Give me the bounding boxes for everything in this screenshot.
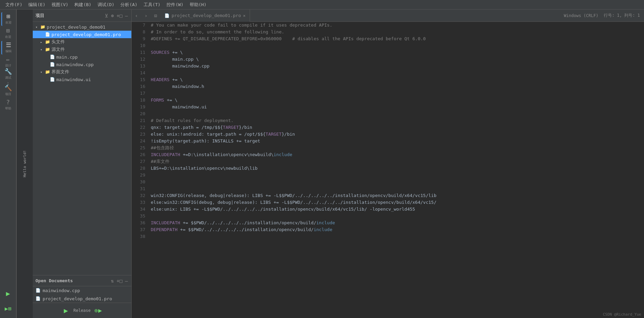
tree-ui-folder[interactable]: ▾ 📁 界面文件 — [33, 68, 131, 76]
tree-item-label: project_develop_demo01 — [47, 25, 105, 30]
menu-help[interactable]: 帮助(H) — [187, 1, 209, 9]
doc-icon-mainwindow: 📄 — [35, 288, 41, 293]
tab-next-btn[interactable]: › — [141, 10, 151, 22]
activity-edit[interactable]: ☰ 编辑 — [1, 41, 15, 55]
doc-icon-pro: 📄 — [35, 296, 41, 301]
tree-item-label-main: main.cpp — [56, 55, 78, 60]
menu-build[interactable]: 构建(B) — [72, 1, 94, 9]
tree-pro-file[interactable]: 📄 project_develop_demo01.pro — [33, 31, 131, 38]
sidebar-header-icons: ⊻ ⊕ +□ — — [104, 12, 129, 19]
hello-world-label: Hello world! — [23, 150, 27, 177]
sidebar-title: 项目 — [35, 13, 44, 19]
code-area[interactable]: 7 8 9 10 11 12 13 14 15 16 17 18 19 20 2… — [132, 22, 644, 318]
tree-item-label-mainwindow: mainwindow.cpp — [56, 62, 94, 67]
tab-close-icon[interactable]: ✕ — [243, 13, 246, 18]
tree-main-cpp[interactable]: 📄 main.cpp — [33, 53, 131, 61]
run-button[interactable]: ▶ — [61, 306, 71, 315]
tree-project-root[interactable]: ▾ 📁 project_develop_demo01 — [33, 23, 131, 31]
open-docs-icons: ⇅ +□ — — [110, 277, 129, 284]
sidebar-collapse-icon[interactable]: — — [125, 12, 129, 19]
line-numbers: 7 8 9 10 11 12 13 14 15 16 17 18 19 20 2… — [132, 22, 148, 318]
watermark: CSDN @Richard_Yue — [603, 312, 641, 317]
tab-suspend-btn[interactable]: ⊡ — [151, 10, 160, 22]
tree-item-label-pro: project_develop_demo01.pro — [52, 32, 121, 37]
build-run-button[interactable]: ⊕▶ — [93, 306, 103, 315]
tab-file-icon: 📄 — [164, 13, 170, 18]
release-label: Release — [73, 308, 91, 313]
open-doc-pro[interactable]: 📄 project_develop_demo01.pro — [33, 294, 131, 303]
open-doc-label-pro: project_develop_demo01.pro — [43, 296, 112, 301]
activity-welcome2[interactable]: ⊞ 欢迎 — [1, 27, 15, 40]
open-doc-mainwindow[interactable]: 📄 mainwindow.cpp — [33, 286, 131, 294]
tree-item-label-header: 头文件 — [52, 39, 65, 45]
file-tree: ▾ 📁 project_develop_demo01 📄 project_dev… — [33, 22, 131, 275]
open-docs-title: Open Documents — [35, 278, 73, 283]
menu-analyze[interactable]: 分析(A) — [118, 1, 140, 9]
editor-position: 行号: 1, 列号: 1 — [604, 13, 640, 18]
sidebar-link-icon[interactable]: ⊕ — [110, 12, 114, 19]
sidebar-add-icon[interactable]: +□ — [116, 12, 123, 19]
release-area: ▶ Release ⊕▶ — [33, 303, 131, 318]
activity-project[interactable]: 🔨 项目 — [1, 84, 15, 97]
menu-file[interactable]: 文件(F) — [3, 1, 25, 9]
menu-edit[interactable]: 编辑(E) — [26, 1, 48, 9]
open-doc-label-mainwindow: mainwindow.cpp — [43, 288, 80, 293]
sidebar-header: 项目 ⊻ ⊕ +□ — — [33, 10, 131, 22]
tree-mainwindow-cpp[interactable]: 📄 mainwindow.cpp — [33, 61, 131, 68]
open-docs-panel: Open Documents ⇅ +□ — 📄 mainwindow.cpp 📄… — [33, 275, 131, 303]
tree-source-folder[interactable]: ▾ 📁 源文件 — [33, 46, 131, 53]
tab-prev-btn[interactable]: ‹ — [132, 10, 141, 22]
tree-item-label-source: 源文件 — [52, 46, 65, 52]
tab-bar: ‹ › ⊡ 📄 project_develop_demo01.pro ✕ Win… — [132, 10, 644, 22]
sidebar-filter-icon[interactable]: ⊻ — [104, 12, 109, 19]
menu-tools[interactable]: 工具(T) — [141, 1, 163, 9]
tree-mainwindow-ui[interactable]: 📄 mainwindow.ui — [33, 76, 131, 83]
code-content[interactable]: # You can make your code fail to compile… — [148, 22, 644, 318]
tree-header-folder[interactable]: ▸ 📁 头文件 — [33, 38, 131, 46]
activity-debug[interactable]: 🔧 调试 › — [1, 70, 15, 83]
activity-help[interactable]: ? 帮助 — [1, 98, 15, 112]
hello-world-panel: Hello world! — [16, 10, 33, 318]
menu-bar: 文件(F) 编辑(E) 视图(V) 构建(B) 调试(D) 分析(A) 工具(T… — [0, 0, 644, 10]
tab-title: project_develop_demo01.pro — [172, 13, 241, 18]
activity-build-run[interactable]: ▶⊞ — [1, 302, 15, 315]
activity-welcome1[interactable]: ⊞ 欢迎 — [1, 12, 15, 26]
activity-design[interactable]: ✏ 设计 — [1, 55, 15, 69]
menu-controls[interactable]: 控件(W) — [164, 1, 186, 9]
editor-encoding: Windows (CRLF) — [564, 13, 598, 18]
open-docs-header: Open Documents ⇅ +□ — — [33, 275, 131, 286]
menu-view[interactable]: 视图(V) — [49, 1, 71, 9]
open-docs-add-icon[interactable]: +□ — [116, 277, 123, 284]
main-layout: ⊞ 欢迎 ⊞ 欢迎 ☰ 编辑 ✏ 设计 🔧 调试 › 🔨 项目 ? 帮助 ▶ — [0, 10, 644, 318]
menu-debug[interactable]: 调试(D) — [95, 1, 117, 9]
open-docs-sort-icon[interactable]: ⇅ — [110, 277, 114, 284]
open-docs-collapse-icon[interactable]: — — [125, 277, 129, 284]
editor-area: ‹ › ⊡ 📄 project_develop_demo01.pro ✕ Win… — [132, 10, 644, 318]
tree-item-label-ui: mainwindow.ui — [56, 77, 91, 82]
activity-run[interactable]: ▶ — [1, 287, 15, 300]
editor-tab-pro[interactable]: 📄 project_develop_demo01.pro ✕ — [160, 10, 250, 22]
sidebar: 项目 ⊻ ⊕ +□ — ▾ 📁 project_develop_demo01 📄 — [33, 10, 132, 318]
tree-item-label-ui-folder: 界面文件 — [52, 69, 69, 75]
activity-bar: ⊞ 欢迎 ⊞ 欢迎 ☰ 编辑 ✏ 设计 🔧 调试 › 🔨 项目 ? 帮助 ▶ — [0, 10, 16, 318]
activity-bottom: ▶ ▶⊞ — [1, 287, 15, 318]
